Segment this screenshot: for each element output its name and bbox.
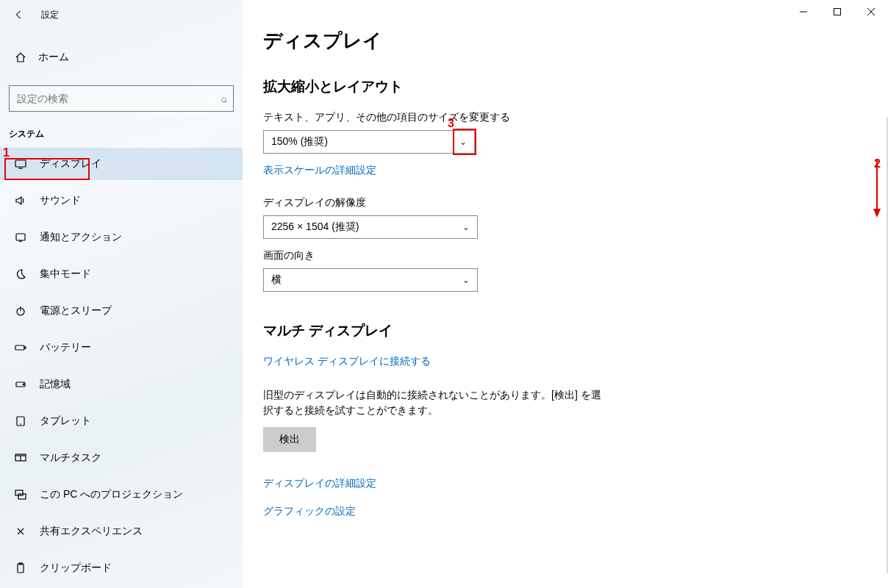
settings-window: 設定 ホーム ⌕ システム ディスプレイ サウンド	[0, 0, 888, 588]
home-icon	[13, 51, 28, 63]
chevron-down-icon: ⌄	[462, 275, 470, 285]
sidebar-item-storage[interactable]: 記憶域	[0, 368, 243, 401]
home-button[interactable]: ホーム	[0, 43, 243, 72]
sidebar-item-projection[interactable]: この PC へのプロジェクション	[0, 478, 243, 511]
svg-point-8	[23, 384, 24, 385]
graphics-settings-link[interactable]: グラフィックの設定	[263, 505, 356, 518]
battery-icon	[13, 342, 28, 354]
search-input[interactable]	[15, 92, 221, 105]
scale-value: 150% (推奨)	[271, 135, 459, 148]
svg-rect-15	[18, 494, 26, 499]
page-title: ディスプレイ	[263, 28, 888, 54]
project-icon	[13, 489, 28, 501]
sidebar-item-label: この PC へのプロジェクション	[40, 488, 183, 501]
main-panel: ディスプレイ 拡大縮小とレイアウト テキスト、アプリ、その他の項目のサイズを変更…	[243, 0, 888, 588]
detect-description: 旧型のディスプレイは自動的に接続されないことがあります。[検出] を選択すると接…	[263, 387, 609, 418]
svg-rect-6	[24, 347, 26, 348]
chevron-down-icon: ⌄	[462, 222, 470, 232]
home-label: ホーム	[38, 51, 69, 64]
back-button[interactable]	[7, 3, 31, 26]
window-controls	[787, 0, 888, 24]
svg-rect-0	[15, 160, 26, 167]
titlebar-left: 設定	[0, 0, 243, 29]
sidebar-item-notifications[interactable]: 通知とアクション	[0, 221, 243, 254]
sidebar-item-display[interactable]: ディスプレイ	[0, 148, 243, 180]
sidebar-item-label: 集中モード	[40, 268, 91, 281]
speaker-icon	[13, 195, 28, 207]
chevron-down-icon: ⌄	[459, 137, 467, 147]
sidebar-item-focus[interactable]: 集中モード	[0, 258, 243, 290]
sidebar-item-label: 通知とアクション	[40, 231, 122, 244]
sidebar-item-label: マルチタスク	[40, 451, 101, 465]
orientation-value: 横	[271, 273, 462, 287]
svg-rect-5	[15, 345, 24, 350]
sidebar-item-clipboard[interactable]: クリップボード	[0, 552, 243, 584]
maximize-button[interactable]	[820, 0, 854, 24]
scale-label: テキスト、アプリ、その他の項目のサイズを変更する	[263, 111, 888, 124]
minimize-button[interactable]	[787, 0, 820, 24]
notification-icon	[13, 232, 28, 243]
storage-icon	[13, 379, 28, 390]
svg-rect-16	[18, 564, 24, 573]
category-label: システム	[9, 128, 243, 140]
settings-search[interactable]: ⌕	[9, 85, 234, 112]
advanced-display-link[interactable]: ディスプレイの詳細設定	[263, 477, 376, 490]
moon-icon	[13, 268, 28, 280]
sidebar-item-label: クリップボード	[40, 562, 112, 575]
sidebar-item-sound[interactable]: サウンド	[0, 184, 243, 217]
sidebar: 設定 ホーム ⌕ システム ディスプレイ サウンド	[0, 0, 243, 588]
section-scale-title: 拡大縮小とレイアウト	[263, 77, 888, 96]
scale-dropdown[interactable]: 150% (推奨) ⌄	[263, 130, 475, 154]
sidebar-item-label: 記憶域	[40, 378, 71, 391]
sidebar-item-label: タブレット	[40, 415, 91, 428]
search-icon: ⌕	[221, 93, 227, 104]
sidebar-item-shared[interactable]: 共有エクスペリエンス	[0, 515, 243, 548]
sidebar-item-power[interactable]: 電源とスリープ	[0, 295, 243, 327]
sidebar-item-label: サウンド	[40, 194, 81, 207]
detect-button[interactable]: 検出	[263, 427, 316, 452]
resolution-label: ディスプレイの解像度	[263, 196, 888, 209]
sidebar-item-label: 共有エクスペリエンス	[40, 525, 143, 538]
multitask-icon	[13, 452, 28, 464]
section-multi-title: マルチ ディスプレイ	[263, 321, 888, 340]
clipboard-icon	[13, 562, 28, 574]
app-title: 設定	[41, 9, 59, 21]
resolution-dropdown[interactable]: 2256 × 1504 (推奨) ⌄	[263, 215, 478, 239]
sidebar-item-label: 電源とスリープ	[40, 304, 112, 318]
sidebar-item-label: ディスプレイ	[40, 157, 101, 171]
svg-rect-19	[834, 9, 841, 15]
svg-rect-2	[16, 234, 25, 240]
scale-advanced-link[interactable]: 表示スケールの詳細設定	[263, 164, 376, 177]
sidebar-item-tablet[interactable]: タブレット	[0, 405, 243, 437]
power-icon	[13, 305, 28, 317]
monitor-icon	[13, 158, 28, 170]
wireless-display-link[interactable]: ワイヤレス ディスプレイに接続する	[263, 355, 431, 368]
sidebar-item-battery[interactable]: バッテリー	[0, 331, 243, 364]
svg-rect-14	[15, 490, 23, 495]
share-icon	[13, 526, 28, 537]
orientation-label: 画面の向き	[263, 249, 888, 262]
sidebar-item-multitask[interactable]: マルチタスク	[0, 442, 243, 474]
close-button[interactable]	[854, 0, 888, 24]
orientation-dropdown[interactable]: 横 ⌄	[263, 268, 478, 292]
resolution-value: 2256 × 1504 (推奨)	[271, 220, 462, 234]
tablet-icon	[13, 415, 28, 427]
sidebar-item-label: バッテリー	[40, 341, 91, 354]
